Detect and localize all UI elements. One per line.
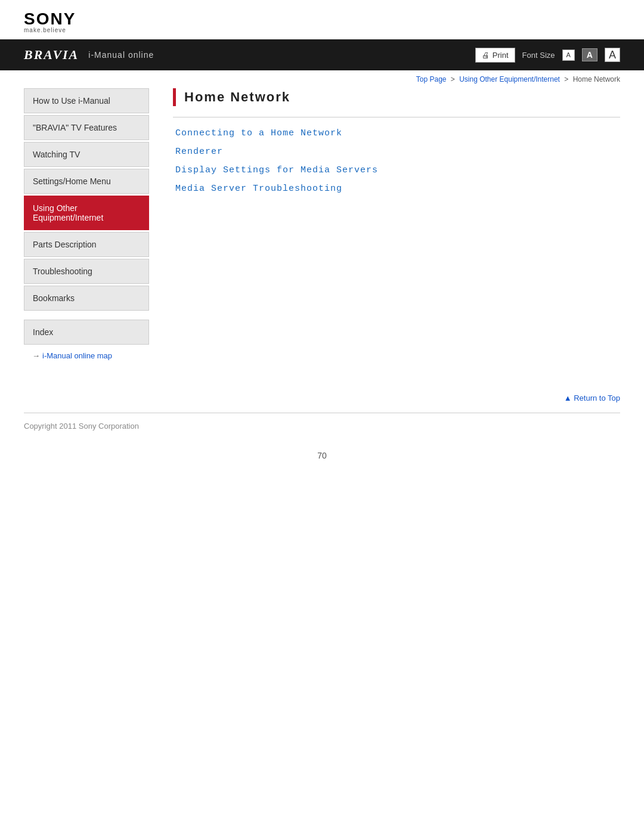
return-top-bar: ▲ Return to Top: [0, 383, 644, 413]
sidebar-item-settings-home-menu[interactable]: Settings/Home Menu: [24, 169, 149, 194]
link-display-settings-media-servers[interactable]: Display Settings for Media Servers: [175, 165, 620, 175]
print-button[interactable]: 🖨 Print: [475, 48, 515, 63]
arrow-right-icon: →: [32, 351, 40, 360]
breadcrumb-top-page[interactable]: Top Page: [416, 75, 447, 83]
nav-subtitle: i-Manual online: [88, 50, 154, 60]
sony-tagline: make.believe: [24, 27, 620, 33]
link-connecting-home-network[interactable]: Connecting to a Home Network: [175, 128, 620, 138]
title-divider: [173, 117, 620, 117]
print-label: Print: [493, 51, 509, 60]
link-renderer[interactable]: Renderer: [175, 147, 620, 157]
main-layout: How to Use i-Manual "BRAVIA" TV Features…: [0, 88, 644, 365]
print-icon: 🖨: [482, 51, 490, 60]
breadcrumb-current: Home Network: [573, 75, 620, 83]
return-to-top-link[interactable]: ▲ Return to Top: [564, 394, 620, 402]
sidebar-item-bravia-tv-features[interactable]: "BRAVIA" TV Features: [24, 115, 149, 140]
sony-brand: SONY: [24, 11, 620, 27]
nav-bar-right: 🖨 Print Font Size A A A: [475, 48, 620, 63]
sidebar-item-how-to-use[interactable]: How to Use i-Manual: [24, 88, 149, 113]
sidebar-item-watching-tv[interactable]: Watching TV: [24, 142, 149, 167]
bravia-logo: BRAVIA: [24, 47, 79, 63]
font-medium-button[interactable]: A: [582, 48, 597, 61]
sony-logo: SONY make.believe: [24, 11, 620, 33]
footer: Copyright 2011 Sony Corporation: [0, 413, 644, 439]
triangle-up-icon: ▲: [564, 394, 574, 402]
nav-bar: BRAVIA i-Manual online 🖨 Print Font Size…: [0, 39, 644, 70]
header-top: SONY make.believe: [0, 0, 644, 39]
breadcrumb-section[interactable]: Using Other Equipment/Internet: [459, 75, 560, 83]
sidebar: How to Use i-Manual "BRAVIA" TV Features…: [24, 88, 149, 365]
page-number: 70: [0, 439, 644, 466]
sidebar-divider: [24, 312, 149, 320]
sidebar-map-link[interactable]: → i-Manual online map: [24, 346, 149, 365]
breadcrumb-sep2: >: [564, 75, 570, 83]
breadcrumb-sep1: >: [451, 75, 457, 83]
page-title: Home Network: [184, 89, 290, 104]
return-top-label: Return to Top: [574, 394, 620, 402]
nav-bar-left: BRAVIA i-Manual online: [24, 47, 154, 63]
font-small-button[interactable]: A: [562, 49, 575, 61]
page-title-container: Home Network: [173, 88, 620, 106]
sidebar-map-label: i-Manual online map: [42, 351, 112, 360]
link-media-server-troubleshooting[interactable]: Media Server Troubleshooting: [175, 184, 620, 194]
content-area: Home Network Connecting to a Home Networ…: [161, 88, 620, 365]
sidebar-item-bookmarks[interactable]: Bookmarks: [24, 286, 149, 311]
sidebar-item-using-other-equipment[interactable]: Using Other Equipment/Internet: [24, 196, 149, 230]
font-large-button[interactable]: A: [605, 48, 620, 62]
font-size-label: Font Size: [522, 51, 555, 60]
sidebar-item-troubleshooting[interactable]: Troubleshooting: [24, 259, 149, 284]
content-links: Connecting to a Home Network Renderer Di…: [173, 128, 620, 194]
sidebar-item-index[interactable]: Index: [24, 320, 149, 345]
copyright-text: Copyright 2011 Sony Corporation: [24, 422, 139, 431]
breadcrumb: Top Page > Using Other Equipment/Interne…: [0, 70, 644, 86]
sidebar-item-parts-description[interactable]: Parts Description: [24, 232, 149, 257]
